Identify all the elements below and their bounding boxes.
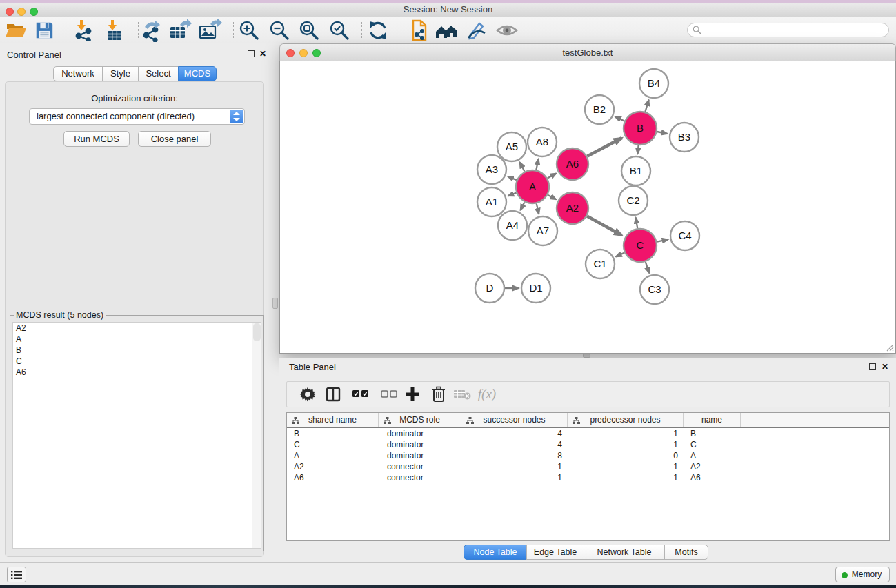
zoom-selected-icon[interactable]: [326, 17, 352, 43]
zoom-in-icon[interactable]: [236, 17, 262, 43]
table-cell[interactable]: A: [287, 450, 379, 461]
node-A1[interactable]: A1: [477, 187, 506, 216]
table-cell[interactable]: 1: [568, 472, 684, 483]
edge-B-B4[interactable]: [645, 100, 648, 112]
import-table-icon[interactable]: [101, 17, 128, 43]
edge-A-A7[interactable]: [537, 203, 539, 214]
edge-C-C3[interactable]: [646, 262, 649, 273]
node-A6[interactable]: A6: [557, 148, 588, 180]
mcds-result-item[interactable]: A2: [13, 323, 261, 334]
node-A8[interactable]: A8: [528, 128, 557, 156]
open-file-icon[interactable]: [3, 17, 29, 43]
refresh-icon[interactable]: [365, 17, 391, 43]
table-row[interactable]: Adominator80A: [287, 450, 889, 461]
show-columns-icon[interactable]: [321, 382, 346, 407]
memory-button[interactable]: Memory: [835, 567, 890, 582]
table-cell[interactable]: B: [287, 428, 379, 439]
table-cell[interactable]: 4: [461, 439, 568, 450]
tab-motifs[interactable]: Motifs: [664, 545, 708, 560]
tab-style[interactable]: Style: [102, 66, 139, 81]
mcds-list-scrollbar[interactable]: [252, 323, 261, 548]
node-A4[interactable]: A4: [498, 211, 527, 240]
table-cell[interactable]: A2: [684, 461, 741, 472]
zoom-fit-icon[interactable]: [296, 17, 322, 43]
tab-mcds[interactable]: MCDS: [178, 66, 217, 81]
node-B3[interactable]: B3: [670, 123, 699, 152]
tab-network-table[interactable]: Network Table: [584, 545, 665, 560]
table-cell[interactable]: 1: [568, 461, 684, 472]
app-zoom-button[interactable]: [30, 8, 38, 16]
table-row[interactable]: Cdominator41C: [287, 439, 889, 450]
mcds-result-item[interactable]: A: [13, 334, 261, 345]
node-A5[interactable]: A5: [497, 132, 526, 161]
edge-B-B3[interactable]: [657, 132, 668, 134]
table-cell[interactable]: 1: [568, 439, 684, 450]
table-cell[interactable]: dominator: [379, 450, 461, 461]
save-session-icon[interactable]: [31, 17, 57, 43]
table-cell[interactable]: A2: [287, 461, 379, 472]
vertical-splitter-handle[interactable]: [272, 298, 278, 309]
control-panel-float-icon[interactable]: [248, 50, 255, 57]
network-window-titlebar[interactable]: testGlobe.txt: [279, 43, 896, 61]
birdseye-view-icon[interactable]: [494, 17, 520, 43]
node-C3[interactable]: C3: [640, 275, 669, 304]
export-network-icon[interactable]: [138, 17, 164, 43]
optimization-criterion-select[interactable]: largest connected component (directed): [29, 108, 245, 125]
edge-B-B1[interactable]: [637, 145, 638, 154]
table-cell[interactable]: C: [287, 439, 379, 450]
table-cell[interactable]: 1: [568, 428, 684, 439]
import-network-icon[interactable]: [70, 17, 97, 43]
settings-gear-icon[interactable]: [295, 382, 320, 407]
edge-C-C4[interactable]: [657, 239, 668, 241]
zoom-out-icon[interactable]: [266, 17, 292, 43]
table-cell[interactable]: 4: [461, 428, 568, 439]
table-cell[interactable]: A: [684, 450, 741, 461]
node-C4[interactable]: C4: [670, 221, 699, 250]
network-minimize-button[interactable]: [299, 49, 308, 57]
node-C1[interactable]: C1: [586, 250, 615, 278]
function-builder-icon[interactable]: f(x): [475, 382, 499, 407]
task-history-button[interactable]: [7, 567, 26, 582]
app-close-button[interactable]: [6, 8, 14, 16]
tab-network[interactable]: Network: [53, 66, 103, 81]
tab-node-table[interactable]: Node Table: [464, 545, 527, 560]
table-panel-close-icon[interactable]: ✕: [882, 363, 888, 371]
delete-rows-icon[interactable]: [426, 382, 451, 407]
table-row[interactable]: Bdominator41B: [287, 428, 889, 439]
edge-C-C1[interactable]: [616, 253, 625, 257]
mcds-result-item[interactable]: C: [13, 356, 261, 367]
node-A2[interactable]: A2: [557, 192, 588, 224]
control-panel-close-icon[interactable]: ✕: [259, 50, 266, 58]
node-B2[interactable]: B2: [585, 95, 614, 124]
node-A[interactable]: A: [516, 170, 549, 203]
mcds-result-item[interactable]: B: [13, 345, 261, 356]
tab-select[interactable]: Select: [138, 66, 179, 81]
network-from-document-icon[interactable]: [405, 17, 431, 43]
table-row[interactable]: A6connector11A6: [287, 472, 889, 483]
table-cell[interactable]: 1: [461, 472, 568, 483]
edge-A-A3[interactable]: [508, 176, 517, 180]
table-cell[interactable]: C: [684, 439, 741, 450]
edge-B-B2[interactable]: [615, 116, 625, 121]
select-all-columns-icon[interactable]: [348, 382, 373, 407]
table-cell[interactable]: connector: [379, 472, 461, 483]
run-mcds-button[interactable]: Run MCDS: [63, 131, 130, 147]
edge-A-A1[interactable]: [508, 193, 516, 196]
node-A3[interactable]: A3: [477, 155, 506, 184]
edge-A-A4[interactable]: [521, 202, 525, 210]
column-header-shared-name[interactable]: shared name: [287, 413, 379, 427]
table-cell[interactable]: A6: [287, 472, 379, 483]
mcds-result-list[interactable]: A2ABCA6: [12, 322, 261, 549]
node-B4[interactable]: B4: [639, 69, 668, 98]
node-D1[interactable]: D1: [521, 274, 550, 303]
mcds-result-item[interactable]: A6: [13, 367, 261, 378]
table-cell[interactable]: A6: [684, 472, 741, 483]
column-header-predecessor-nodes[interactable]: predecessor nodes: [568, 413, 684, 427]
table-panel-float-icon[interactable]: [869, 363, 876, 370]
deselect-all-columns-icon[interactable]: [377, 382, 401, 407]
table-cell[interactable]: dominator: [379, 428, 461, 439]
column-header-successor-nodes[interactable]: successor nodes: [461, 413, 568, 427]
app-minimize-button[interactable]: [17, 8, 26, 16]
export-image-icon[interactable]: [197, 17, 223, 43]
node-C[interactable]: C: [624, 229, 657, 262]
